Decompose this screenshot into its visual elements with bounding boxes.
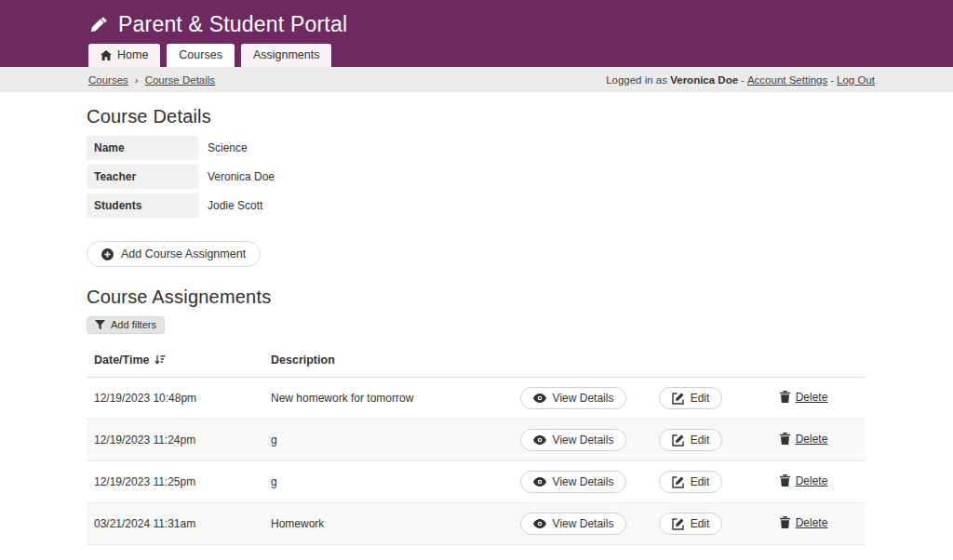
session-separator: - — [830, 74, 834, 86]
detail-value: Science — [198, 136, 257, 160]
assignment-row: 12/19/2023 11:24pm g View Details — [87, 420, 866, 461]
add-filters-label: Add filters — [111, 319, 156, 330]
tab-home[interactable]: Home — [88, 44, 160, 67]
tab-assignments[interactable]: Assignments — [241, 44, 332, 67]
view-details-button[interactable]: View Details — [520, 387, 627, 409]
course-assignments-heading: Course Assignements — [87, 287, 866, 308]
add-course-assignment-button[interactable]: Add Course Assignment — [87, 241, 261, 267]
assignment-row: 03/21/2024 11:31am Homework View Details — [87, 503, 866, 545]
trash-icon — [780, 391, 790, 403]
view-details-button[interactable]: View Details — [520, 429, 627, 451]
edit-button[interactable]: Edit — [659, 429, 723, 451]
column-header-actions-1 — [507, 343, 639, 378]
edit-label: Edit — [691, 433, 710, 447]
tab-courses-label: Courses — [179, 48, 222, 61]
cell-datetime: 12/19/2023 10:48pm — [87, 378, 263, 420]
edit-button[interactable]: Edit — [659, 471, 723, 493]
column-datetime-label: Date/Time — [94, 353, 150, 367]
eye-icon — [533, 393, 546, 403]
tab-assignments-label: Assignments — [253, 48, 320, 61]
delete-label: Delete — [796, 433, 828, 446]
trash-icon — [780, 516, 790, 528]
delete-link[interactable]: Delete — [780, 474, 828, 487]
cell-description: g — [263, 461, 507, 503]
breadcrumb-link-courses[interactable]: Courses — [88, 74, 128, 86]
assignment-row: 12/19/2023 11:25pm g View Details — [87, 461, 866, 503]
cell-description: g — [263, 420, 507, 461]
edit-icon — [672, 476, 684, 488]
trash-icon — [780, 433, 790, 445]
delete-link[interactable]: Delete — [780, 391, 828, 404]
detail-row-teacher: Teacher Veronica Doe — [87, 165, 866, 189]
edit-icon — [672, 393, 684, 405]
detail-value: Veronica Doe — [198, 165, 284, 189]
column-header-actions-3 — [742, 343, 866, 378]
eye-icon — [533, 435, 546, 445]
view-details-label: View Details — [553, 392, 614, 405]
logged-in-user: Veronica Doe — [670, 74, 738, 86]
assignments-table: Date/Time Description — [87, 343, 866, 545]
table-header-row: Date/Time Description — [87, 343, 866, 378]
cell-description: Homework — [263, 503, 507, 545]
eye-icon — [533, 519, 546, 528]
assignment-row: 12/19/2023 10:48pm New homework for tomo… — [87, 378, 866, 420]
breadcrumb-separator: › — [135, 74, 139, 86]
delete-label: Delete — [796, 474, 828, 487]
detail-label: Name — [87, 136, 198, 160]
brand: Parent & Student Portal — [0, 0, 953, 37]
view-details-button[interactable]: View Details — [520, 513, 627, 535]
tab-home-label: Home — [117, 48, 148, 61]
course-details-heading: Course Details — [87, 106, 866, 127]
filter-icon — [95, 320, 105, 330]
session-separator: - — [741, 74, 745, 86]
edit-label: Edit — [691, 475, 710, 488]
edit-button[interactable]: Edit — [659, 387, 723, 409]
edit-button[interactable]: Edit — [659, 513, 723, 535]
add-filters-button[interactable]: Add filters — [87, 316, 165, 334]
tab-bar: Home Courses Assignments — [88, 44, 331, 67]
view-details-label: View Details — [553, 517, 614, 530]
delete-link[interactable]: Delete — [780, 516, 828, 529]
plus-circle-icon — [101, 248, 114, 260]
home-icon — [101, 50, 112, 60]
column-header-description: Description — [263, 343, 507, 378]
breadcrumb-link-course-details[interactable]: Course Details — [145, 74, 215, 86]
edit-icon — [672, 518, 684, 530]
view-details-label: View Details — [553, 433, 614, 447]
view-details-button[interactable]: View Details — [520, 471, 627, 493]
breadcrumb: Courses›Course Details — [88, 74, 215, 86]
view-details-label: View Details — [553, 475, 614, 488]
cell-datetime: 12/19/2023 11:24pm — [87, 420, 263, 461]
cell-datetime: 12/19/2023 11:25pm — [87, 461, 263, 503]
app-header: Parent & Student Portal Home Courses Ass… — [0, 0, 953, 67]
delete-link[interactable]: Delete — [780, 433, 828, 446]
course-details-list: Name Science Teacher Veronica Doe Studen… — [87, 136, 866, 218]
add-course-assignment-label: Add Course Assignment — [121, 247, 246, 260]
column-header-actions-2 — [639, 343, 742, 378]
log-out-link[interactable]: Log Out — [837, 74, 875, 86]
cell-description: New homework for tomorrow — [263, 378, 507, 420]
delete-label: Delete — [796, 391, 828, 404]
edit-label: Edit — [691, 392, 710, 405]
detail-value: Jodie Scott — [198, 193, 272, 218]
eye-icon — [533, 477, 546, 487]
breadcrumb-bar: Courses›Course Details Logged in as Vero… — [0, 67, 953, 92]
detail-label: Students — [87, 193, 198, 218]
delete-label: Delete — [796, 516, 828, 529]
pencil-icon — [89, 16, 108, 34]
edit-icon — [672, 434, 684, 447]
detail-row-name: Name Science — [87, 136, 866, 160]
logged-in-prefix: Logged in as — [606, 74, 670, 86]
sort-control-datetime[interactable]: Date/Time — [94, 353, 166, 367]
tab-courses[interactable]: Courses — [167, 44, 235, 67]
trash-icon — [780, 474, 790, 487]
cell-datetime: 03/21/2024 11:31am — [87, 503, 263, 545]
main-content: Course Details Name Science Teacher Vero… — [0, 92, 953, 560]
detail-label: Teacher — [87, 165, 198, 189]
session-info: Logged in as Veronica Doe-Account Settin… — [606, 74, 875, 86]
column-header-datetime: Date/Time — [87, 343, 263, 378]
account-settings-link[interactable]: Account Settings — [747, 74, 827, 86]
edit-label: Edit — [691, 517, 710, 530]
detail-row-students: Students Jodie Scott — [87, 193, 866, 218]
page-title: Parent & Student Portal — [118, 12, 347, 37]
